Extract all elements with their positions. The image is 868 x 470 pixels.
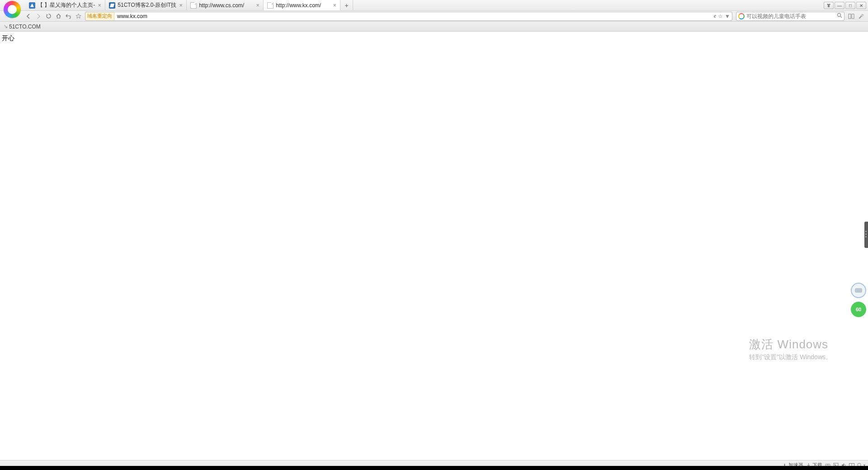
favorites-button[interactable] <box>73 12 83 21</box>
undo-close-button[interactable] <box>63 12 73 21</box>
split-screen-button[interactable] <box>846 12 856 21</box>
link-icon: ↘ <box>4 24 8 29</box>
url-input[interactable] <box>114 13 712 19</box>
tools-button[interactable] <box>856 12 866 21</box>
search-icon[interactable] <box>835 13 844 19</box>
side-panel-handle[interactable] <box>864 222 868 248</box>
skin-button[interactable] <box>824 2 834 9</box>
windows-taskbar[interactable] <box>0 466 868 470</box>
home-button[interactable] <box>53 12 63 21</box>
browser-logo[interactable] <box>4 1 21 18</box>
new-tab-button[interactable]: + <box>340 0 353 10</box>
bookmark-star-icon[interactable]: ☆ <box>718 13 723 19</box>
close-icon[interactable]: × <box>178 3 184 8</box>
assistant-bubble[interactable] <box>851 283 866 298</box>
score-value: 60 <box>856 307 861 312</box>
bookmark-bar: ↘ 51CTO.COM <box>0 22 868 32</box>
close-icon[interactable]: × <box>255 3 260 8</box>
dropdown-icon[interactable]: ▼ <box>725 13 730 19</box>
page-body-text: 开心 <box>2 34 14 42</box>
watermark-title: 激活 Windows <box>749 337 832 352</box>
tab-title: 51CTO博客2.0-原创IT技 <box>118 1 176 9</box>
search-bar[interactable] <box>736 12 844 21</box>
svg-rect-2 <box>849 14 851 19</box>
back-button[interactable] <box>24 12 33 21</box>
score-bubble[interactable]: 60 <box>851 302 866 317</box>
tab-3-active[interactable]: http://www.kx.com/ × <box>264 0 340 10</box>
address-bar[interactable]: 域名重定向 e ☆ ▼ <box>85 12 732 21</box>
search-engine-icon[interactable] <box>738 13 745 19</box>
tab-title: 【 】星乂海的个人主页- <box>38 1 95 9</box>
page-content: 开心 <box>0 32 868 45</box>
svg-point-0 <box>838 14 841 17</box>
forward-button[interactable] <box>33 12 43 21</box>
window-controls: — □ ✕ <box>822 0 868 11</box>
close-icon[interactable]: × <box>332 3 337 8</box>
windows-activation-watermark: 激活 Windows 转到"设置"以激活 Windows。 <box>749 337 832 361</box>
page-icon <box>267 2 274 9</box>
close-icon[interactable]: × <box>97 3 102 8</box>
watermark-subtitle: 转到"设置"以激活 Windows。 <box>749 353 832 361</box>
tab-bar: 【 】星乂海的个人主页- × 51CTO博客2.0-原创IT技 × http:/… <box>0 0 868 11</box>
site-icon <box>109 2 115 9</box>
bookmark-item-51cto[interactable]: ↘ 51CTO.COM <box>4 24 41 30</box>
search-input[interactable] <box>746 13 835 19</box>
reload-button[interactable] <box>43 12 53 21</box>
svg-rect-3 <box>852 14 854 19</box>
maximize-button[interactable]: □ <box>845 2 855 9</box>
tab-title: http://www.kx.com/ <box>276 2 330 9</box>
tab-title: http://www.cs.com/ <box>199 2 253 9</box>
tab-0[interactable]: 【 】星乂海的个人主页- × <box>25 0 105 10</box>
close-window-button[interactable]: ✕ <box>856 2 866 9</box>
svg-line-1 <box>840 16 842 18</box>
page-icon <box>190 2 197 9</box>
bookmark-label: 51CTO.COM <box>9 24 41 30</box>
tab-1[interactable]: 51CTO博客2.0-原创IT技 × <box>105 0 187 10</box>
home-icon <box>29 2 35 9</box>
compat-mode-icon[interactable]: e <box>714 13 716 19</box>
redirect-tag: 域名重定向 <box>85 12 114 20</box>
tab-2[interactable]: http://www.cs.com/ × <box>187 0 264 10</box>
nav-bar: 域名重定向 e ☆ ▼ <box>0 11 868 22</box>
minimize-button[interactable]: — <box>835 2 844 9</box>
